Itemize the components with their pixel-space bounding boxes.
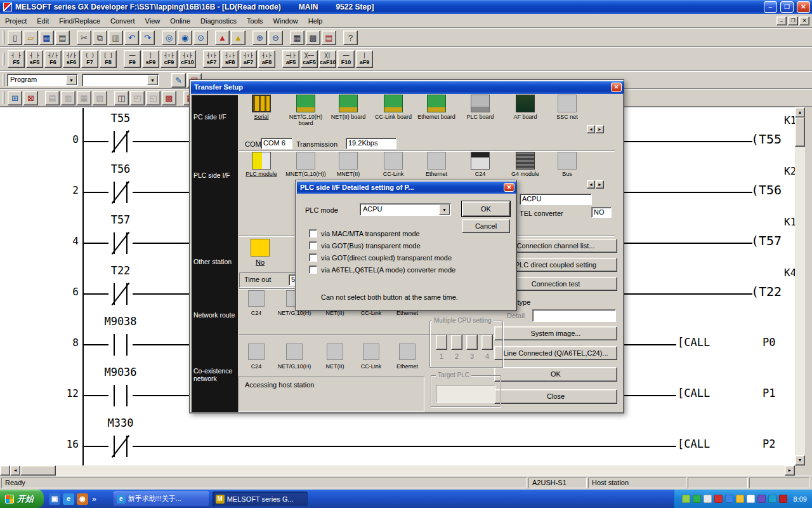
cut-button[interactable]: ✂ [77,30,91,45]
interface-item-bus[interactable]: Bus [546,152,588,177]
sidebar-section-pc-side-i-f[interactable]: PC side I/F [193,113,235,121]
ie-icon[interactable]: e [63,493,74,505]
note-button[interactable]: ▥ [61,91,75,105]
tray-icon-2[interactable] [693,495,701,503]
interface-item-plc-module[interactable]: PLC module [240,152,282,177]
help-button[interactable]: ? [343,30,358,45]
module-icon[interactable] [327,344,343,360]
checkbox[interactable] [309,229,317,237]
interface-item-serial[interactable]: Serial [240,95,282,120]
mdi-minimize-button[interactable]: – [776,17,787,25]
transfer-setup-titlebar[interactable]: Transfer Setup ✕ [191,81,624,94]
sidebar-section-co-existence-network[interactable]: Co-existence network [193,367,235,382]
toolbar-grip[interactable] [3,91,4,104]
find-replace-button[interactable]: ⊙ [193,30,208,45]
restore-button[interactable]: ❐ [780,1,794,13]
menu-item-edit[interactable]: Edit [32,15,54,27]
interface-item-ethernet-board[interactable]: Ethernet board [416,95,457,120]
tray-icon-4[interactable] [714,495,723,503]
com-port-field[interactable]: COM 6 [261,138,292,149]
fkey-f6-button[interactable]: ┤/├F6 [44,50,62,68]
interface-item-ethernet[interactable]: Ethernet [416,152,457,177]
device-test-button[interactable]: ▦ [77,91,91,105]
checkbox[interactable] [309,265,317,274]
checkbox[interactable] [309,253,317,262]
interface-item-c24[interactable]: C24 [459,152,501,177]
zoom-in-button[interactable]: ⊕ [252,30,267,45]
transmission-speed-field[interactable]: 19.2Kbps [346,138,396,149]
pane-splitter-box[interactable] [0,465,10,476]
taskbar-task-1[interactable]: e新手求助!!!关于... [114,491,209,506]
taskbar-task-2[interactable]: MMELSOFT series G... [213,491,308,506]
print-button[interactable]: ▤ [55,30,70,45]
scroll-down-button[interactable]: ▼ [795,455,805,465]
menu-item-tools[interactable]: Tools [242,15,268,27]
tray-icon-6[interactable] [736,495,744,503]
plc-mode-select[interactable]: ACPU ▼ [360,203,451,216]
monitor-mode-button[interactable]: ▧ [93,91,107,105]
toolbar-grip[interactable] [3,31,4,44]
write-mode-button[interactable]: ◫ [114,91,129,105]
no-connection-icon[interactable] [251,239,270,257]
ok-button[interactable]: OK [494,367,617,382]
fkey-cf9-button[interactable]: ┤↑├cF9 [160,50,178,68]
menu-item-diagnostics[interactable]: Diagnostics [195,15,242,27]
scroll-right-icon[interactable]: ► [596,180,604,189]
fkey-f8-button[interactable]: [ ]F8 [100,50,117,68]
interface-item-net-g-10-h-board[interactable]: NET/G,10(H) board [285,95,327,126]
fkey-f9-button[interactable]: ──F9 [124,50,141,68]
close-button[interactable]: Close [494,389,617,404]
fkey-af8-button[interactable]: ┤↓├aF8 [258,50,275,68]
tray-icon-5[interactable] [725,495,733,503]
interface-item-mnet-g-10-h[interactable]: MNET(G,10(H)) [285,152,327,177]
new-file-button[interactable]: ▯ [8,30,22,45]
fkey-af9-button[interactable]: │aF9 [356,50,373,68]
menu-item-view[interactable]: View [140,15,166,27]
menu-item-convert[interactable]: Convert [105,15,140,27]
menu-item-online[interactable]: Online [165,15,195,27]
interface-item-ssc-net[interactable]: SSC net [546,95,588,120]
system-image-button[interactable]: System image... [494,326,617,340]
save-button[interactable]: ▦ [39,30,54,45]
fkey-f5-button[interactable]: ┤ ├F5 [8,50,25,68]
scroll-left-button[interactable]: ◄ [10,465,20,476]
chevron-down-icon[interactable]: ▼ [147,75,158,85]
start-button[interactable]: 开始 [0,490,44,508]
zoom-out-button[interactable]: ⊖ [268,30,283,45]
tray-icon-9[interactable] [768,495,776,503]
bookmark-red-button[interactable]: ▲ [215,30,230,45]
close-icon[interactable]: ✕ [504,183,514,192]
horizontal-scrollbar[interactable]: ◄ ► [0,465,795,476]
copy-button[interactable]: ⧉ [93,30,107,45]
fkey-f10-button[interactable]: ──F10 [337,50,355,68]
chevron-down-icon[interactable]: ▼ [66,75,77,85]
interface-item-mnet-ii[interactable]: MNET(II) [327,152,369,177]
find-device-button[interactable]: ◉ [178,30,192,45]
interface-item-af-board[interactable]: AF board [504,95,546,120]
horizontal-scroll-thumb[interactable] [20,465,56,476]
media-player-icon[interactable]: ◉ [77,493,88,505]
scroll-left-icon[interactable]: ◄ [587,125,595,133]
fkey-f7-button[interactable]: ( )F7 [81,50,98,68]
project-data-list-button[interactable]: ⊞ [8,91,22,105]
line-connected-button[interactable]: Line Connected (Q/A6TEL,C24)... [494,346,617,360]
sidebar-section-plc-side-i-f[interactable]: PLC side I/F [193,171,235,179]
tray-icon-8[interactable] [757,495,766,503]
tray-icon-7[interactable] [747,495,755,503]
read-mode-button[interactable]: ◰ [130,91,145,105]
tray-icon-3[interactable] [704,495,712,503]
cpu-slot-4[interactable] [481,335,493,350]
cancel-button[interactable]: Cancel [462,219,510,233]
fkey-caf10-button[interactable]: ╳│caF10 [319,50,336,68]
chevron-down-icon[interactable]: ▼ [439,204,450,215]
statement-button[interactable]: ▤ [45,91,60,105]
menu-item-help[interactable]: Help [303,15,328,27]
fkey-caf5-button[interactable]: ╳──caF5 [301,50,318,68]
plc-detail-titlebar[interactable]: PLC side I/F Detailed setting of P... ✕ [297,182,516,194]
toolbar-grip[interactable] [3,53,4,65]
ladder-view-button[interactable]: ▩ [162,91,176,105]
undo-button[interactable]: ↶ [124,30,139,45]
secondary-select[interactable]: ▼ [82,74,159,86]
scroll-right-icon[interactable]: ► [596,125,604,133]
window-titlebar[interactable]: MELSOFT series GX Developer F:\SST\lappi… [0,0,812,14]
